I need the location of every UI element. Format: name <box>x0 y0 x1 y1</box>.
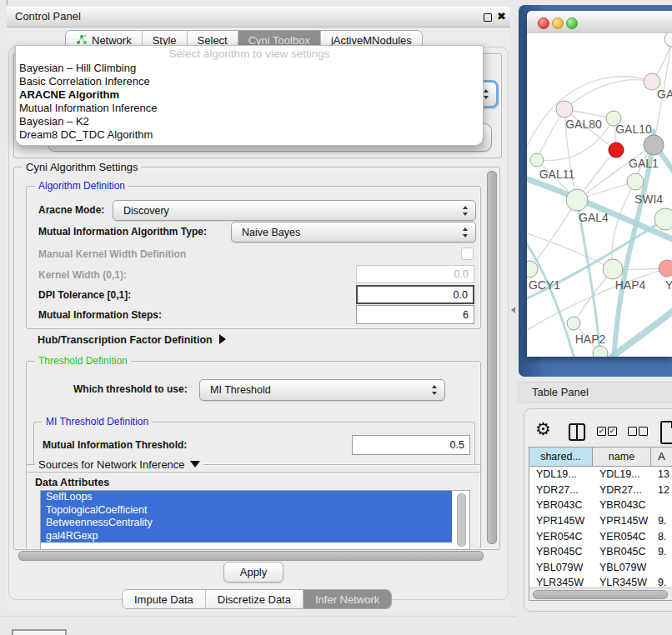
tab-discretize-data[interactable]: Discretize Data <box>206 590 303 608</box>
collapsed-panel-button[interactable] <box>12 629 67 635</box>
close-icon[interactable]: ✖ <box>497 10 506 23</box>
threshold-definition-group: Threshold Definition Which threshold to … <box>26 361 481 472</box>
network-node[interactable] <box>556 101 573 118</box>
node-label-gal1: GAL1 <box>629 157 659 170</box>
node-label-hap2: HAP2 <box>575 332 606 346</box>
table-cell: 13 <box>651 467 672 482</box>
attribute-item-selfloops[interactable]: SelfLoops <box>41 491 452 504</box>
vertical-scrollbar[interactable] <box>487 171 497 544</box>
network-node[interactable] <box>527 261 538 278</box>
column-header-name[interactable]: name <box>593 448 651 466</box>
float-window-icon[interactable] <box>484 13 492 22</box>
which-threshold-combo[interactable]: MI Threshold <box>199 379 445 401</box>
network-edge[interactable] <box>564 80 652 109</box>
aracne-mode-value: Discovery <box>123 201 169 220</box>
table-cell: YER054C <box>593 528 651 544</box>
table-cell: 9. <box>651 513 672 529</box>
algorithm-option-dream8-dc-tdc-algorithm[interactable]: Dream8 DC_TDC Algorithm <box>19 128 479 142</box>
split-columns-icon[interactable] <box>569 423 585 441</box>
node-table: shared...nameA YDL19...YDL19...13YDR27..… <box>529 447 672 601</box>
deselect-all-icon[interactable] <box>639 427 648 436</box>
column-header-shared[interactable]: shared... <box>529 448 593 466</box>
node-label-gal4: GAL4 <box>579 211 609 224</box>
manual-kernel-checkbox[interactable] <box>461 248 474 260</box>
data-attributes-list[interactable]: SelfLoopsTopologicalCoefficientBetweenne… <box>40 490 470 550</box>
network-node[interactable] <box>593 346 608 357</box>
table-row[interactable]: YBR043CYBR043C <box>529 498 672 513</box>
table-cell: YPR145W <box>593 513 651 529</box>
algorithm-option-aracne-algorithm[interactable]: ARACNE Algorithm <box>19 88 479 102</box>
deselect-all-icon[interactable] <box>628 427 637 436</box>
table-panel-titlebar: Table Panel <box>517 382 672 403</box>
stepper-icon <box>432 385 438 395</box>
list-scrollbar[interactable] <box>457 493 466 547</box>
table-cell: YBL079W <box>593 560 651 576</box>
network-window-titlebar[interactable] <box>527 11 672 34</box>
algorithm-definition-title: Algorithm Definition <box>35 180 128 192</box>
network-node[interactable] <box>627 173 644 190</box>
select-all-icon[interactable]: ✓ <box>608 427 617 436</box>
control-panel-titlebar: Control Panel ✖ <box>7 7 510 28</box>
hub-definition-toggle[interactable]: Hub/Transcription Factor Definition <box>38 334 226 346</box>
network-node[interactable] <box>566 189 588 211</box>
table-row[interactable]: YBL079WYBL079W <box>529 560 672 576</box>
mi-threshold-label: Mutual Information Threshold: <box>43 439 187 451</box>
network-node[interactable] <box>567 317 580 330</box>
attribute-item-gal4rgexp[interactable]: gal4RGexp <box>41 530 452 543</box>
network-node[interactable] <box>609 142 624 158</box>
table-row[interactable]: YDL19...YDL19...13 <box>529 467 672 482</box>
horizontal-scrollbar[interactable] <box>18 551 484 561</box>
minimize-light-icon[interactable] <box>552 18 564 29</box>
node-label-gal11: GAL11 <box>539 168 575 181</box>
table-row[interactable]: YPR145WYPR145W9. <box>529 513 672 529</box>
zoom-light-icon[interactable] <box>566 18 578 29</box>
network-node[interactable] <box>530 153 544 167</box>
table-doc-icon[interactable] <box>660 421 672 444</box>
network-edge-highlighted[interactable] <box>527 177 672 242</box>
network-node[interactable] <box>603 259 623 279</box>
kernel-width-field[interactable]: 0.0 <box>356 265 474 283</box>
dpi-tolerance-field[interactable]: 0.0 <box>356 285 474 304</box>
splitter-tick <box>7 0 8 5</box>
node-label-gcy1: GCY1 <box>529 278 560 292</box>
mi-type-label: Mutual Information Algorithm Type: <box>38 226 207 238</box>
tab-impute-data[interactable]: Impute Data <box>123 590 206 608</box>
table-cell <box>651 560 672 576</box>
algorithm-option-mutual-information-inference[interactable]: Mutual Information Inference <box>19 102 479 115</box>
table-row[interactable]: YER054CYER054C8. <box>529 528 672 544</box>
mi-threshold-field[interactable]: 0.5 <box>352 435 470 455</box>
apply-button[interactable]: Apply <box>223 562 283 582</box>
gear-icon[interactable]: ⚙ <box>535 419 551 439</box>
network-node[interactable] <box>644 135 664 155</box>
sources-toggle[interactable]: Sources for Network Inference <box>35 458 203 471</box>
network-edge[interactable] <box>612 182 635 269</box>
select-all-icon[interactable]: ✓ <box>597 427 606 436</box>
network-node[interactable] <box>654 208 672 230</box>
network-canvas[interactable]: GALGAL80GAL10GAL1GAL11SWI4GAL4GCY1HAP4YH… <box>527 33 672 357</box>
mi-steps-field[interactable]: 6 <box>356 305 474 324</box>
table-cell: YDR27... <box>529 482 593 498</box>
stepper-icon <box>463 206 469 216</box>
table-cell: YBR045C <box>593 544 651 560</box>
algorithm-option-bayesian-hill-climbing[interactable]: Bayesian – Hill Climbing <box>19 62 479 75</box>
attribute-item-betweennesscentrality[interactable]: BetweennessCentrality <box>41 517 452 530</box>
table-horizontal-scrollbar[interactable] <box>529 588 672 600</box>
algorithm-option-basic-correlation-inference[interactable]: Basic Correlation Inference <box>19 75 479 88</box>
tab-infer-network[interactable]: Infer Network <box>303 590 391 608</box>
table-row[interactable]: YDR27...YDR27...12 <box>529 482 672 498</box>
control-panel-window: Control Panel ✖ NetworkStyleSelectCyni T… <box>7 7 510 612</box>
algorithm-option-bayesian-k2[interactable]: Bayesian – K2 <box>19 115 479 128</box>
table-row[interactable]: YBR045CYBR045C9. <box>529 544 672 560</box>
which-threshold-label: Which threshold to use: <box>73 383 188 395</box>
column-header-a[interactable]: A <box>651 448 672 466</box>
attribute-item-topologicalcoefficient[interactable]: TopologicalCoefficient <box>41 504 452 518</box>
stepper-icon <box>463 228 469 238</box>
network-node[interactable] <box>664 33 672 47</box>
network-node[interactable] <box>659 260 672 277</box>
splitter-collapse-icon[interactable] <box>511 307 515 313</box>
threshold-definition-title: Threshold Definition <box>35 355 131 367</box>
mi-type-combo[interactable]: Naive Bayes <box>231 222 476 242</box>
algorithm-dropdown: Select algorithm to view settings Bayesi… <box>15 45 484 146</box>
close-light-icon[interactable] <box>538 18 549 29</box>
aracne-mode-combo[interactable]: Discovery <box>113 200 476 221</box>
